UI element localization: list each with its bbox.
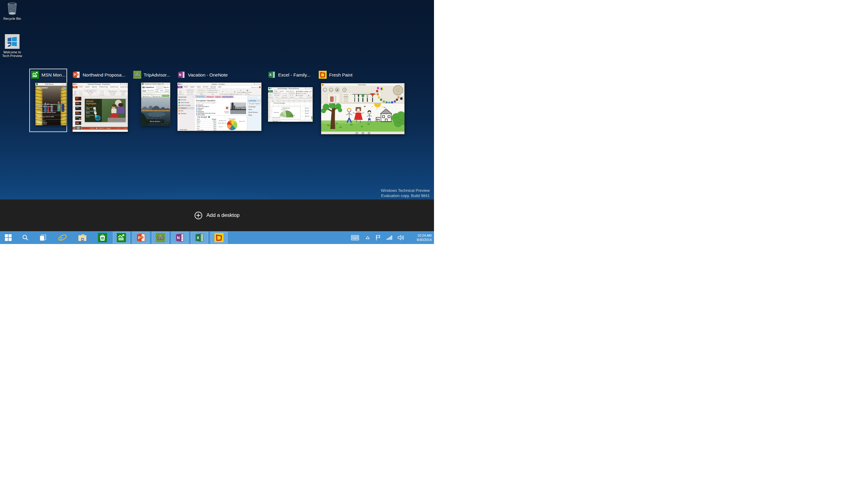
file-explorer-button[interactable] (75, 231, 89, 244)
taskbar-powerpoint-button[interactable]: P (132, 232, 150, 243)
internet-explorer-button[interactable]: e (56, 231, 69, 244)
notebook-item: Personal⌄ (178, 98, 194, 101)
taskbar-onenote-button[interactable]: N (172, 232, 188, 243)
welcome-shortcut-icon (0, 34, 24, 50)
msn-money-window-preview: MSN Money –□× MSN MONEY ⌕ Back to school… (35, 83, 67, 126)
svg-text:P: P (74, 73, 76, 77)
excel-chart-categories: Categories Vacation Education Entertainm… (272, 106, 301, 119)
start-icon (5, 234, 11, 241)
tripadvisor-nav: Hotels Restaurants Things to do Flights … (141, 89, 170, 92)
network-button[interactable] (385, 231, 394, 244)
folder-icon: ▭ (329, 88, 333, 92)
tripadvisor-window-preview: TripAdvisor Hotels Flights Restaurants –… (141, 82, 170, 126)
msn-updated: Last Updated 9/15/2014 3:30 PM EDT. (35, 125, 66, 126)
onenote-page-tabs: Vacation Ideas Packing List Coupons Hous… (194, 95, 247, 98)
internet-explorer-icon: e (58, 233, 67, 242)
onenote-user: Antonio Orta (252, 87, 258, 88)
excel-values-column: $4,000$3,900$3,800$3,700 (302, 107, 309, 117)
back-icon: ← (323, 88, 327, 92)
powerpoint-window-preview: Northwind Proposal - PowerPoint ?–□× FIL… (72, 83, 128, 132)
notebook-item: Kids⌄ (178, 110, 194, 112)
svg-text:X: X (209, 116, 210, 118)
page-item: Berlin (248, 108, 261, 111)
watermark-line1: Windows Technical Preview (381, 188, 430, 193)
onenote-search-box: Search (Ctrl+E)⌕ (248, 96, 261, 99)
tripadvisor-search-band: City or hotel name ▦ Check In ▦ Check Ou… (141, 92, 170, 97)
onenote-ribbon-tabs: FILE HOME INSERT DRAW HISTORY REVIEW VIE… (178, 86, 261, 88)
store-button[interactable] (95, 231, 110, 244)
dollar-house-icon: $ (93, 107, 96, 110)
clock-date: 9/30/2014 (416, 238, 432, 242)
onenote-attachment: EuropeanVacation (224, 105, 230, 114)
taskbar-excel-button[interactable]: X (191, 232, 208, 243)
build-watermark: Windows Technical Preview Evaluation cop… (381, 188, 430, 198)
msn-money-icon (31, 71, 39, 79)
volume-button[interactable] (396, 231, 406, 244)
msn-app-title: MSN MONEY (37, 87, 48, 89)
excel-ribbon: Clipboard Calibri11 B I U ▾ A Font ≡ ≡ ≡… (268, 92, 313, 98)
page-item: Blogs (248, 114, 261, 117)
excel-taskbar-icon: X (195, 233, 204, 242)
desktop-icon-welcome-tech-preview[interactable]: Welcome to Tech Preview (0, 34, 24, 58)
notebook-item: Kitchen remodel⌄ (178, 104, 194, 107)
fresh-paint-icon (319, 71, 327, 79)
taskbar-tripadvisor-button[interactable] (152, 232, 169, 243)
tripadvisor-brand: tripadvisor (146, 86, 154, 88)
menu-icon: ≡ (342, 88, 346, 92)
file-explorer-icon (78, 234, 87, 241)
msn-search-icon: ⌕ (63, 87, 65, 89)
notebook-item: Teaching⌄ (178, 112, 194, 115)
tripadvisor-icon (133, 71, 141, 79)
add-desktop-button[interactable]: Add a desktop (194, 212, 240, 219)
watermark-line2: Evaluation copy. Build 9841 (381, 193, 430, 198)
share-icon: ✎ (368, 132, 370, 134)
desktop-icon-recycle-bin[interactable]: Recycle Bin (0, 2, 24, 21)
excel-sheet-tabs: ◂ ▸ Expenses ⊕ (268, 120, 313, 122)
welcome-label-line1: Welcome to (0, 50, 24, 54)
add-desktop-label: Add a desktop (207, 212, 240, 218)
onenote-taskbar-icon: N (175, 233, 185, 242)
recycle-bin-label: Recycle Bin (0, 17, 24, 21)
powerpoint-ribbon: Clipboard Slides Calibri (Body)11 B I U … (72, 88, 128, 96)
msn-headline-source: Contoso (37, 108, 57, 110)
start-button[interactable] (2, 231, 14, 244)
taskbar-msn-money-button[interactable] (113, 232, 130, 243)
welcome-label-line2: Tech Preview (0, 54, 24, 58)
action-center-button[interactable] (374, 231, 382, 244)
onenote-page-title: European Vacation (196, 99, 246, 102)
touch-keyboard-button[interactable] (349, 231, 361, 244)
powerpoint-taskbar-icon: P (136, 233, 146, 242)
msn-window-controls: –□× (61, 83, 66, 85)
onenote-icon: N (178, 71, 185, 79)
budget-table: ItemBudget Airfare$1000 Hotel$900 Car$50… (197, 118, 216, 131)
page-item: Amsterdam (248, 105, 261, 108)
excel-cell-title: Family Budget (274, 102, 285, 104)
quick-notes: ▯Quick Notes (178, 128, 194, 131)
desktop: Recycle Bin Welcome to Tech Preview Wind… (0, 0, 434, 244)
taskbar-clock[interactable]: 10:24 AM 9/30/2014 (416, 233, 432, 242)
page-item-selected: European Vacation (248, 102, 261, 105)
trip-budget-pie-chart: Trip budget Airfare 26% Shopping 11% Mem… (218, 118, 246, 131)
add-canvas-icon: + (355, 132, 358, 134)
keyboard-icon (351, 235, 359, 240)
msn-refresh-icon: ⟳ (63, 125, 65, 126)
msn-headline-line1: Back to school shopping (37, 103, 57, 105)
tripadvisor-thumbnail-label: TripAdvisor... (144, 72, 170, 78)
onenote-add-page-button: ⊕ Add Page (248, 99, 261, 102)
show-hidden-icons-button[interactable] (364, 231, 371, 244)
excel-icon: X (268, 71, 276, 79)
svg-text:X: X (197, 236, 199, 240)
powerpoint-slide-canvas: Annual highlights Sales up by13% $ Brand… (82, 96, 128, 127)
task-view-button[interactable] (37, 231, 50, 244)
onenote-page-content: European Vacation Monday, October 20, 20… (194, 98, 247, 131)
excel-grid: 12345678910 Family Budget Categories Vac… (268, 102, 313, 120)
svg-text:N: N (177, 236, 180, 240)
svg-text:−: − (350, 93, 351, 95)
reset-icon: ▭ (362, 132, 364, 134)
tripadvisor-city-input: City or hotel name (142, 92, 169, 94)
task-view-icon (40, 234, 46, 241)
taskbar-fresh-paint-button[interactable] (211, 232, 227, 243)
flag-icon (376, 235, 381, 241)
search-button[interactable] (19, 231, 32, 244)
search-icon (22, 234, 29, 241)
